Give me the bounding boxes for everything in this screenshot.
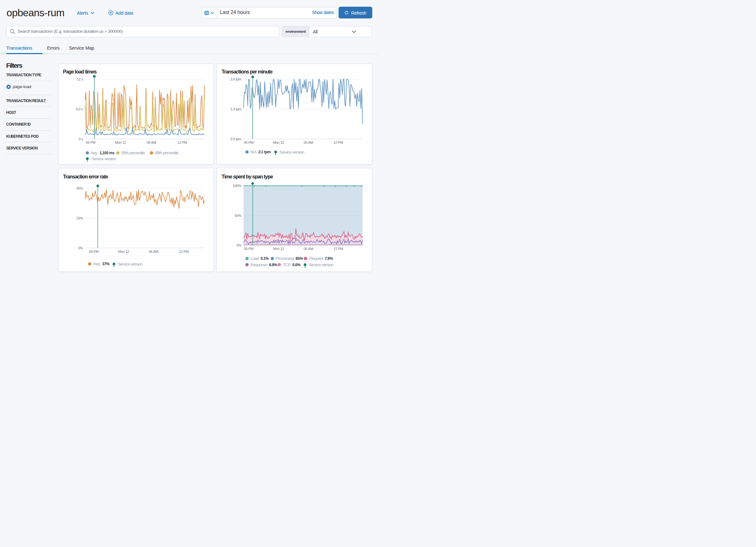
svg-text:Processing: Processing [276, 256, 294, 261]
svg-text:TCP: TCP [283, 262, 291, 267]
svg-text:23%: 23% [76, 216, 83, 220]
svg-text:12 PM: 12 PM [333, 140, 343, 144]
svg-text:7.6%: 7.6% [325, 256, 333, 261]
svg-text:Mon 12: Mon 12 [273, 140, 284, 144]
svg-text:0.0%: 0.0% [292, 263, 300, 267]
svg-text:0 s: 0 s [79, 137, 83, 141]
svg-text:Service version: Service version [309, 262, 333, 267]
svg-text:Mon 12: Mon 12 [115, 140, 126, 144]
svg-text:06 PM: 06 PM [244, 140, 253, 144]
svg-text:50%: 50% [235, 214, 242, 217]
svg-text:0.0 tpm: 0.0 tpm [230, 137, 241, 141]
svg-text:1,100 ms: 1,100 ms [100, 151, 115, 155]
svg-text:Mon 12: Mon 12 [273, 247, 284, 250]
svg-text:1.3 tpm: 1.3 tpm [230, 107, 241, 111]
svg-text:Avg.: Avg. [93, 261, 100, 266]
svg-text:12 s: 12 s [77, 77, 83, 81]
svg-text:Request: Request [309, 256, 323, 261]
svg-text:6.9%: 6.9% [269, 263, 277, 267]
svg-text:37%: 37% [102, 262, 110, 266]
svg-text:06 AM: 06 AM [304, 140, 313, 144]
svg-text:95th percentile: 95th percentile [121, 150, 145, 155]
svg-text:06 AM: 06 AM [147, 140, 156, 144]
svg-text:06 AM: 06 AM [304, 247, 313, 250]
svg-text:6.0 s: 6.0 s [76, 107, 83, 111]
svg-text:06 PM: 06 PM [86, 140, 95, 144]
svg-text:12 PM: 12 PM [179, 249, 189, 253]
svg-text:0%: 0% [78, 246, 83, 250]
svg-text:N/A: N/A [250, 149, 257, 154]
svg-text:0.1%: 0.1% [261, 256, 269, 261]
svg-text:12 PM: 12 PM [333, 247, 343, 250]
svg-text:Response: Response [251, 262, 267, 267]
svg-text:100%: 100% [233, 184, 241, 188]
svg-text:Service version: Service version [279, 150, 304, 154]
svg-text:Mon 12: Mon 12 [118, 249, 129, 253]
svg-text:99th percentile: 99th percentile [155, 150, 179, 155]
svg-text:12 PM: 12 PM [177, 140, 187, 144]
svg-text:85%: 85% [296, 256, 303, 261]
svg-text:06 PM: 06 PM [89, 249, 99, 253]
svg-text:Load: Load [251, 256, 259, 261]
svg-text:2.6 tpm: 2.6 tpm [230, 77, 241, 81]
svg-text:Avg.: Avg. [90, 150, 98, 155]
svg-text:Service version: Service version [91, 156, 116, 161]
svg-text:Service version: Service version [118, 262, 142, 266]
svg-text:06 AM: 06 AM [149, 249, 158, 253]
svg-text:2.1 tpm: 2.1 tpm [258, 150, 271, 154]
svg-text:0%: 0% [237, 243, 242, 247]
svg-text:45%: 45% [76, 186, 83, 190]
svg-text:06 PM: 06 PM [244, 247, 253, 250]
